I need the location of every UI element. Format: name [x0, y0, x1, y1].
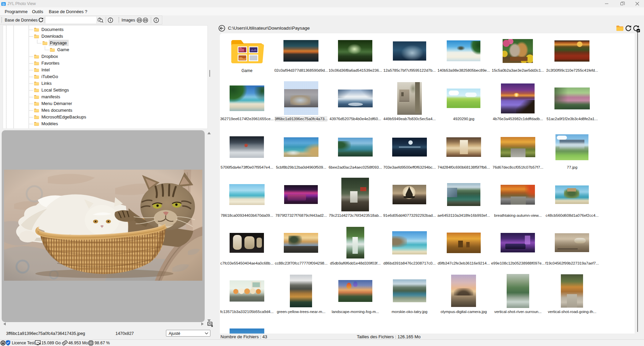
svg-text:w: w [2, 342, 4, 344]
